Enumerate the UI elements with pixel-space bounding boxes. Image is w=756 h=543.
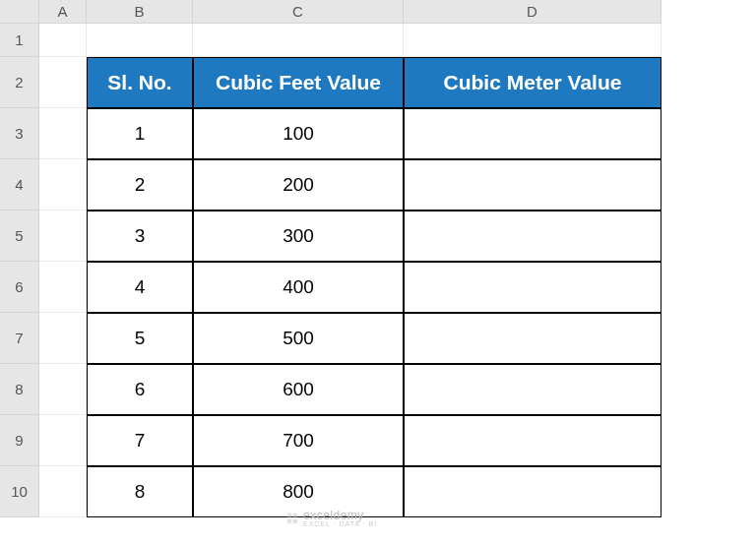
cell-cm-4[interactable] (404, 262, 662, 313)
cell-a5[interactable] (39, 211, 87, 262)
row-header-9[interactable]: 9 (0, 415, 39, 466)
cell-cf-5[interactable]: 500 (193, 313, 404, 364)
cell-c1[interactable] (193, 24, 404, 57)
cell-a3[interactable] (39, 108, 87, 159)
row-header-8[interactable]: 8 (0, 364, 39, 415)
spreadsheet-grid: A B C D 1 2 Sl. No. Cubic Feet Value Cub… (0, 0, 756, 517)
svg-rect-0 (287, 513, 292, 517)
col-header-b[interactable]: B (87, 0, 193, 24)
cell-cf-6[interactable]: 600 (193, 364, 404, 415)
row-header-2[interactable]: 2 (0, 57, 39, 108)
row-header-4[interactable]: 4 (0, 159, 39, 211)
svg-rect-2 (287, 518, 292, 523)
cell-sl-1[interactable]: 1 (87, 108, 193, 159)
cell-cf-4[interactable]: 400 (193, 262, 404, 313)
col-header-c[interactable]: C (193, 0, 404, 24)
select-all-corner[interactable] (0, 0, 39, 24)
cell-cm-6[interactable] (404, 364, 662, 415)
header-cubic-meter[interactable]: Cubic Meter Value (404, 57, 662, 108)
cell-cm-7[interactable] (404, 415, 662, 466)
cell-cm-5[interactable] (404, 313, 662, 364)
cell-cm-8[interactable] (404, 466, 662, 517)
watermark: exceldemy EXCEL · DATA · BI (285, 509, 377, 527)
cell-cf-7[interactable]: 700 (193, 415, 404, 466)
cell-sl-6[interactable]: 6 (87, 364, 193, 415)
watermark-tagline: EXCEL · DATA · BI (303, 520, 377, 527)
header-sl-no[interactable]: Sl. No. (87, 57, 193, 108)
cell-sl-8[interactable]: 8 (87, 466, 193, 517)
cell-cf-2[interactable]: 200 (193, 159, 404, 211)
cell-sl-2[interactable]: 2 (87, 159, 193, 211)
row-header-10[interactable]: 10 (0, 466, 39, 517)
cell-sl-5[interactable]: 5 (87, 313, 193, 364)
row-header-3[interactable]: 3 (0, 108, 39, 159)
cell-a10[interactable] (39, 466, 87, 517)
cell-a1[interactable] (39, 24, 87, 57)
cell-sl-4[interactable]: 4 (87, 262, 193, 313)
cell-cf-3[interactable]: 300 (193, 211, 404, 262)
col-header-d[interactable]: D (404, 0, 662, 24)
cell-sl-7[interactable]: 7 (87, 415, 193, 466)
cell-a2[interactable] (39, 57, 87, 108)
cell-d1[interactable] (404, 24, 662, 57)
cell-a7[interactable] (39, 313, 87, 364)
cell-a6[interactable] (39, 262, 87, 313)
cell-cm-1[interactable] (404, 108, 662, 159)
watermark-icon (285, 512, 299, 525)
col-header-a[interactable]: A (39, 0, 87, 24)
row-header-5[interactable]: 5 (0, 211, 39, 262)
svg-rect-3 (293, 518, 298, 523)
row-header-1[interactable]: 1 (0, 24, 39, 57)
cell-a8[interactable] (39, 364, 87, 415)
cell-a4[interactable] (39, 159, 87, 211)
cell-sl-3[interactable]: 3 (87, 211, 193, 262)
row-header-6[interactable]: 6 (0, 262, 39, 313)
cell-cf-1[interactable]: 100 (193, 108, 404, 159)
cell-cm-2[interactable] (404, 159, 662, 211)
row-header-7[interactable]: 7 (0, 313, 39, 364)
svg-rect-1 (293, 513, 298, 517)
header-cubic-feet[interactable]: Cubic Feet Value (193, 57, 404, 108)
cell-cm-3[interactable] (404, 211, 662, 262)
cell-a9[interactable] (39, 415, 87, 466)
cell-b1[interactable] (87, 24, 193, 57)
